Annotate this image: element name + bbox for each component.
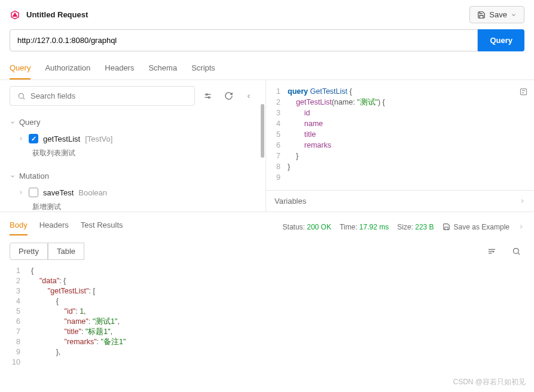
status-label: Status: 200 OK <box>283 223 331 231</box>
chevron-down-icon <box>10 173 16 179</box>
svg-point-4 <box>206 94 208 96</box>
editor-panel: 123456789 query GetTestList { getTestLis… <box>266 80 534 212</box>
mutation-header[interactable]: Mutation <box>10 168 256 184</box>
chevron-right-icon <box>519 198 526 204</box>
schema-item-savetest[interactable]: saveTest Boolean <box>10 184 256 201</box>
save-button[interactable]: Save <box>469 6 524 23</box>
search-row <box>0 80 266 112</box>
prettify-icon[interactable] <box>519 87 528 96</box>
variables-label: Variables <box>274 197 306 206</box>
view-tab-table[interactable]: Table <box>48 243 84 260</box>
resp-code-area[interactable]: { "data": { "getTestList": [ { "id": 1, … <box>26 266 524 368</box>
checkbox-savetest[interactable] <box>29 188 38 197</box>
schema-panel: Query getTestList [TestVo] 获取列表测试 Mutati… <box>0 80 266 212</box>
svg-line-1 <box>23 97 25 99</box>
save-label: Save <box>489 10 507 19</box>
search-box[interactable] <box>10 86 195 106</box>
line-gutter: 123456789 <box>270 86 288 184</box>
schema-item-gettestlist[interactable]: getTestList [TestVo] <box>10 130 256 147</box>
save-example-label: Save as Example <box>454 223 509 231</box>
checkbox-gettestlist[interactable] <box>29 134 38 143</box>
resp-tab-body[interactable]: Body <box>10 218 28 235</box>
query-label: Query <box>19 118 40 127</box>
svg-point-12 <box>514 249 519 254</box>
view-tab-pretty[interactable]: Pretty <box>10 243 48 260</box>
header-bar: Untitled Request Save <box>0 0 534 29</box>
svg-point-0 <box>19 93 23 98</box>
item-name: saveTest <box>43 188 74 197</box>
scrollbar[interactable] <box>261 104 264 158</box>
status-value: 200 OK <box>307 223 331 231</box>
filter-icon[interactable] <box>200 88 216 104</box>
svg-rect-6 <box>521 89 527 95</box>
item-type: [TestVo] <box>85 134 112 143</box>
item-desc: 新增测试 <box>10 201 256 212</box>
svg-line-13 <box>518 253 520 255</box>
watermark: CSDN @容若只如初见 <box>453 377 526 387</box>
request-title: Untitled Request <box>26 10 88 19</box>
search-icon <box>17 92 26 100</box>
resp-tab-headers[interactable]: Headers <box>39 218 69 235</box>
time-label: Time: 17.92 ms <box>340 223 389 231</box>
view-right-tools <box>484 243 524 259</box>
size-value: 223 B <box>415 223 434 231</box>
url-input[interactable] <box>10 29 478 51</box>
query-header[interactable]: Query <box>10 114 256 130</box>
chevron-down-icon <box>511 12 517 18</box>
refresh-icon[interactable] <box>221 88 237 104</box>
time-value: 17.92 ms <box>359 223 389 231</box>
save-icon <box>443 223 450 231</box>
header-left: Untitled Request <box>10 10 88 20</box>
response-editor[interactable]: 12345678910 { "data": { "getTestList": [… <box>0 265 534 369</box>
size-label: Size: 223 B <box>397 223 434 231</box>
code-area[interactable]: query GetTestList { getTestList(name: "测… <box>288 86 530 184</box>
query-section: Query getTestList [TestVo] 获取列表测试 <box>10 114 256 160</box>
query-editor[interactable]: 123456789 query GetTestList { getTestLis… <box>266 80 534 190</box>
chevron-right-icon <box>518 223 524 230</box>
search-response-icon[interactable] <box>508 243 524 259</box>
chevron-down-icon <box>10 120 16 125</box>
svg-point-5 <box>208 97 210 99</box>
save-icon <box>477 11 486 19</box>
view-tabs: Pretty Table <box>0 238 534 265</box>
request-tabs: Query Authorization Headers Schema Scrip… <box>0 59 534 80</box>
resp-line-gutter: 12345678910 <box>10 266 26 368</box>
mutation-section: Mutation saveTest Boolean 新增测试 <box>10 168 256 212</box>
variables-bar[interactable]: Variables <box>266 190 534 212</box>
chevron-right-icon <box>18 189 24 195</box>
main-area: Query getTestList [TestVo] 获取列表测试 Mutati… <box>0 80 534 212</box>
item-name: getTestList <box>43 134 80 143</box>
mutation-label: Mutation <box>19 172 49 180</box>
chevron-right-icon <box>18 136 24 142</box>
save-as-example-button[interactable]: Save as Example <box>443 223 509 231</box>
tab-schema[interactable]: Schema <box>148 59 177 79</box>
tab-scripts[interactable]: Scripts <box>191 59 215 79</box>
item-desc: 获取列表测试 <box>10 147 256 160</box>
tab-authorization[interactable]: Authorization <box>45 59 90 79</box>
collapse-icon[interactable] <box>242 89 256 103</box>
graphql-logo-icon <box>10 10 20 20</box>
response-info: Status: 200 OK Time: 17.92 ms Size: 223 … <box>283 223 524 231</box>
tab-query[interactable]: Query <box>10 59 30 79</box>
tab-headers[interactable]: Headers <box>105 59 134 79</box>
resp-tab-testresults[interactable]: Test Results <box>81 218 123 235</box>
url-row: Query <box>0 29 534 59</box>
send-query-button[interactable]: Query <box>478 29 524 51</box>
search-input[interactable] <box>30 91 187 100</box>
item-type: Boolean <box>78 188 107 197</box>
wrap-icon[interactable] <box>484 243 500 259</box>
schema-tree: Query getTestList [TestVo] 获取列表测试 Mutati… <box>0 112 266 212</box>
response-tabs: Body Headers Test Results <box>10 218 123 235</box>
response-bar: Body Headers Test Results Status: 200 OK… <box>0 212 534 238</box>
